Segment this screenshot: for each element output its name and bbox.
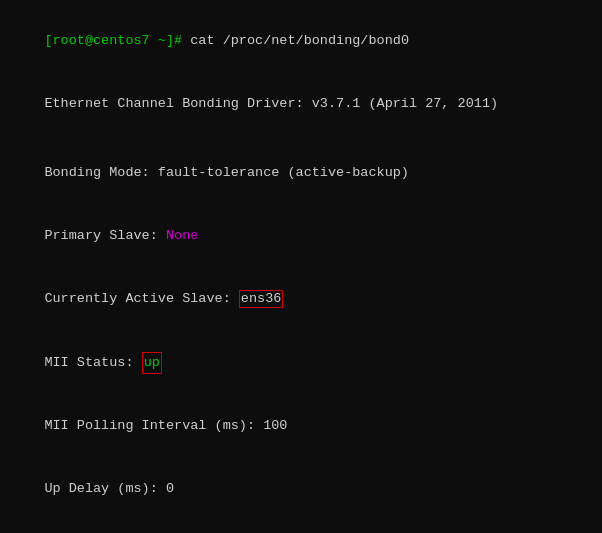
primary-slave-label: Primary Slave:	[44, 228, 166, 243]
active-slave-line: Currently Active Slave: ens36	[12, 268, 590, 331]
terminal: [root@centos7 ~]# cat /proc/net/bonding/…	[12, 10, 590, 523]
mii-status-1-value: up	[142, 352, 162, 375]
blank-line-1	[12, 136, 590, 143]
mii-poll-text: MII Polling Interval (ms): 100	[44, 418, 287, 433]
prompt-line: [root@centos7 ~]# cat /proc/net/bonding/…	[12, 10, 590, 73]
active-slave-value: ens36	[239, 290, 284, 308]
driver-text: Ethernet Channel Bonding Driver: v3.7.1 …	[44, 96, 498, 111]
primary-slave-value: None	[166, 228, 198, 243]
driver-line: Ethernet Channel Bonding Driver: v3.7.1 …	[12, 73, 590, 136]
primary-slave-line: Primary Slave: None	[12, 205, 590, 268]
prompt-command: cat /proc/net/bonding/bond0	[182, 33, 409, 48]
mii-poll-line: MII Polling Interval (ms): 100	[12, 395, 590, 458]
bonding-mode-line: Bonding Mode: fault-tolerance (active-ba…	[12, 142, 590, 205]
down-delay-line: Down Delay (ms): 0	[12, 521, 590, 533]
mii-status-1-line: MII Status: up	[12, 331, 590, 396]
bonding-mode-text: Bonding Mode: fault-tolerance (active-ba…	[44, 165, 409, 180]
active-slave-label: Currently Active Slave:	[44, 291, 238, 306]
up-delay-text: Up Delay (ms): 0	[44, 481, 174, 496]
prompt-user: [root@centos7 ~]#	[44, 33, 182, 48]
mii-status-1-label: MII Status:	[44, 355, 141, 370]
up-delay-line: Up Delay (ms): 0	[12, 458, 590, 521]
